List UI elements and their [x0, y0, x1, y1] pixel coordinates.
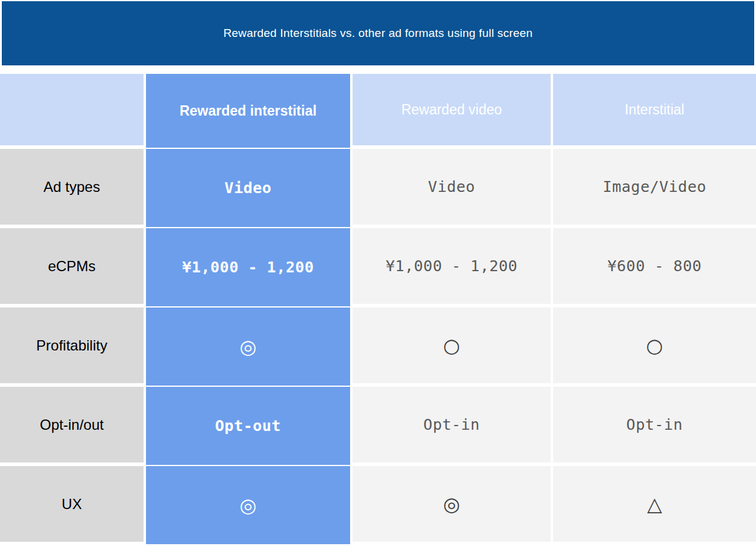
header-spacer-cell — [0, 74, 144, 145]
cell-ecpms-interstitial: ¥600 - 800 — [553, 228, 756, 304]
cell-ecpms-rewarded-video: ¥1,000 - 1,200 — [353, 228, 551, 304]
cell-ad-types-interstitial: Image/Video — [553, 149, 756, 225]
header-rewarded-interstitial: Rewarded interstitial — [146, 74, 350, 148]
row-label-ad-types: Ad types — [0, 149, 144, 225]
header-rewarded-video: Rewarded video — [353, 74, 551, 145]
cell-opt-interstitial: Opt-in — [553, 387, 756, 462]
row-label-ux: UX — [0, 466, 144, 542]
cell-profitability-rewarded-video-circle-icon: ○ — [353, 308, 551, 383]
header-interstitial: Interstitial — [553, 74, 756, 145]
cell-ux-rewarded-video-bullseye-icon: ◎ — [353, 466, 551, 542]
cell-ad-types-rewarded-video: Video — [353, 149, 551, 225]
row-label-opt-in-out: Opt-in/out — [0, 387, 144, 462]
title-banner: Rewarded Interstitials vs. other ad form… — [2, 1, 754, 65]
cell-ux-interstitial-triangle-icon: △ — [553, 466, 756, 542]
row-label-ecpms: eCPMs — [0, 228, 144, 304]
cell-opt-rewarded-video: Opt-in — [353, 387, 551, 462]
comparison-table: Rewarded interstitial Rewarded video Int… — [0, 74, 756, 542]
cell-ux-rewarded-interstitial-bullseye-icon: ◎ — [146, 466, 350, 544]
cell-ecpms-rewarded-interstitial: ¥1,000 - 1,200 — [146, 228, 350, 306]
slide-title: Rewarded Interstitials vs. other ad form… — [224, 27, 533, 40]
cell-opt-rewarded-interstitial: Opt-out — [146, 387, 350, 465]
cell-profitability-interstitial-circle-icon: ○ — [553, 308, 756, 383]
cell-profitability-rewarded-interstitial-bullseye-icon: ◎ — [146, 308, 350, 386]
cell-ad-types-rewarded-interstitial: Video — [146, 149, 350, 227]
row-label-profitability: Profitability — [0, 308, 144, 383]
